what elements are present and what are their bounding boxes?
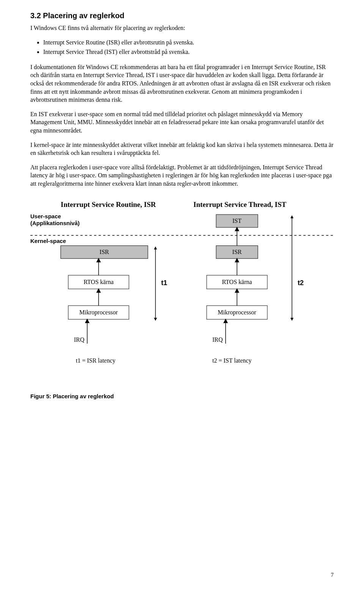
t1-label: t1 (161, 279, 167, 287)
micro-right-label: Mikroprocessor (218, 309, 256, 316)
page-number: 7 (331, 571, 334, 579)
svg-marker-5 (154, 246, 157, 249)
irq-right-label: IRQ (212, 336, 223, 343)
body-paragraph: I kernel-space är inte minnesskyddet akt… (30, 141, 334, 157)
svg-marker-13 (290, 318, 293, 321)
svg-marker-6 (154, 318, 157, 321)
ist-box-label: IST (232, 218, 242, 224)
isr-box-right-label: ISR (232, 249, 242, 255)
t2-legend: t2 = IST latency (212, 357, 251, 364)
bullet-list: Interrupt Service Routine (ISR) eller av… (30, 38, 334, 56)
user-space-sublabel: (Applikationsnivå) (30, 220, 80, 226)
t1-legend: t1 = ISR latency (76, 357, 116, 364)
body-paragraph: I dokumentationen för Windows CE rekomme… (30, 63, 334, 104)
user-space-label: User-space (30, 213, 61, 219)
intro-paragraph: I Windows CE finns två alternativ för pl… (30, 24, 334, 32)
body-paragraph: En IST exekverar i user-space som en nor… (30, 110, 334, 135)
list-item: Interrupt Service Thread (IST) eller avb… (43, 48, 334, 56)
t2-label: t2 (298, 279, 304, 287)
diagram-svg: Interrupt Service Routine, ISR Interrupt… (30, 199, 334, 382)
irq-left-label: IRQ (74, 336, 85, 343)
right-column-title: Interrupt Service Thread, IST (193, 200, 287, 208)
micro-left-label: Mikroprocessor (79, 309, 118, 316)
kernel-space-label: Kernel-space (30, 238, 66, 244)
left-column-title: Interrupt Service Routine, ISR (61, 200, 156, 208)
section-heading: 3.2 Placering av reglerkod (30, 11, 334, 21)
body-paragraph: Att placera reglerkoden i user-space vor… (30, 163, 334, 188)
figure-caption: Figur 5: Placering av reglerkod (30, 393, 334, 400)
rtos-right-label: RTOS kärna (222, 279, 252, 285)
svg-marker-12 (290, 215, 293, 218)
list-item: Interrupt Service Routine (ISR) eller av… (43, 38, 334, 47)
rtos-left-label: RTOS kärna (83, 279, 113, 285)
isr-box-left-label: ISR (100, 249, 109, 255)
figure-diagram: Interrupt Service Routine, ISR Interrupt… (30, 199, 334, 401)
